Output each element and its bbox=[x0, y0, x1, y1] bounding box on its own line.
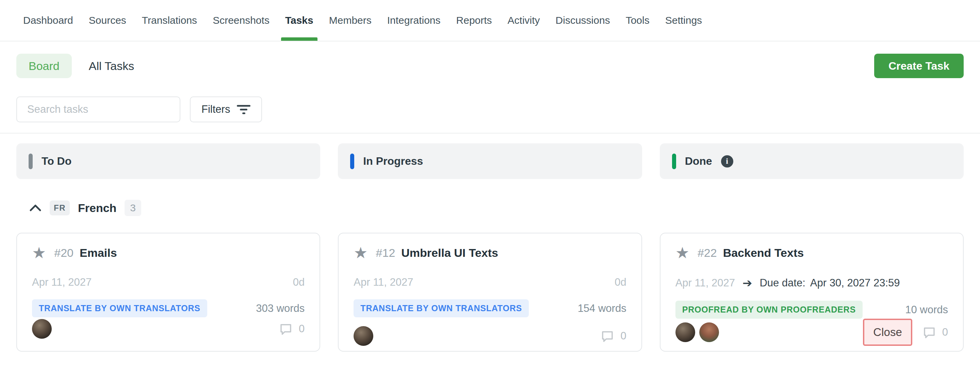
nav-item-discussions[interactable]: Discussions bbox=[556, 0, 610, 41]
comment-bubble-icon bbox=[922, 325, 937, 339]
nav-item-integrations[interactable]: Integrations bbox=[387, 0, 441, 41]
nav-item-tools[interactable]: Tools bbox=[626, 0, 649, 41]
star-icon[interactable]: ★ bbox=[675, 245, 689, 261]
card-badge-row: TRANSLATE BY OWN TRANSLATORS 303 words bbox=[32, 299, 305, 317]
todo-status-bar-icon bbox=[29, 154, 33, 169]
comment-count: 0 bbox=[620, 330, 626, 342]
done-status-bar-icon bbox=[672, 154, 676, 169]
nav-item-screenshots[interactable]: Screenshots bbox=[213, 0, 269, 41]
task-duration: 0d bbox=[293, 276, 305, 288]
comments-button[interactable]: 0 bbox=[278, 322, 305, 336]
task-title: Emails bbox=[80, 246, 117, 260]
assignee-avatar bbox=[353, 326, 373, 346]
column-title: Done bbox=[685, 155, 712, 168]
nav-item-activity[interactable]: Activity bbox=[508, 0, 540, 41]
task-id: #22 bbox=[698, 246, 717, 260]
card-date-row: Apr 11, 2027 0d bbox=[353, 276, 626, 288]
column-title: In Progress bbox=[363, 155, 423, 168]
search-filter-row: Filters bbox=[16, 97, 964, 122]
assignee-avatar bbox=[32, 319, 52, 339]
card-badge-row: PROOFREAD BY OWN PROOFREADERS 10 words bbox=[675, 301, 948, 319]
card-title-row: ★ #12 Umbrella UI Texts bbox=[353, 245, 626, 261]
task-title: Backend Texts bbox=[723, 246, 804, 260]
task-date: Apr 11, 2027 bbox=[675, 277, 735, 289]
task-type-badge: TRANSLATE BY OWN TRANSLATORS bbox=[32, 299, 207, 317]
view-tabs-row: Board All Tasks Create Task bbox=[16, 54, 964, 78]
arrow-right-icon: ➔ bbox=[743, 276, 752, 290]
task-type-badge: PROOFREAD BY OWN PROOFREADERS bbox=[675, 301, 862, 319]
nav-item-members[interactable]: Members bbox=[329, 0, 372, 41]
close-task-button[interactable]: Close bbox=[863, 319, 912, 346]
comment-bubble-icon bbox=[278, 322, 293, 336]
assignee-avatar bbox=[675, 322, 695, 342]
chevron-up-icon bbox=[29, 204, 41, 212]
nav-item-reports[interactable]: Reports bbox=[456, 0, 492, 41]
language-code-badge: FR bbox=[50, 200, 70, 215]
due-date-label: Due date: bbox=[759, 277, 805, 289]
nav-item-tasks[interactable]: Tasks bbox=[285, 0, 313, 41]
info-icon[interactable]: i bbox=[721, 155, 733, 168]
task-card[interactable]: ★ #22 Backend Texts Apr 11, 2027 ➔ Due d… bbox=[660, 233, 964, 351]
column-title: To Do bbox=[41, 155, 72, 168]
task-card[interactable]: ★ #12 Umbrella UI Texts Apr 11, 2027 0d … bbox=[338, 233, 642, 351]
task-id: #12 bbox=[376, 246, 395, 260]
word-count: 10 words bbox=[905, 304, 948, 316]
language-name: French bbox=[78, 201, 116, 215]
task-date: Apr 11, 2027 bbox=[32, 276, 92, 288]
due-date-value: Apr 30, 2027 23:59 bbox=[810, 277, 900, 289]
word-count: 303 words bbox=[256, 302, 305, 315]
task-card[interactable]: ★ #20 Emails Apr 11, 2027 0d TRANSLATE B… bbox=[16, 233, 320, 351]
column-header-done: Done i bbox=[660, 143, 964, 179]
card-footer: 0 bbox=[353, 326, 626, 346]
task-title: Umbrella UI Texts bbox=[401, 246, 498, 260]
comments-button[interactable]: 0 bbox=[600, 329, 626, 343]
card-badge-row: TRANSLATE BY OWN TRANSLATORS 154 words bbox=[353, 299, 626, 317]
board-columns: To Do In Progress Done i bbox=[16, 143, 964, 179]
tab-board[interactable]: Board bbox=[16, 54, 72, 78]
create-task-button[interactable]: Create Task bbox=[874, 54, 964, 78]
comment-count: 0 bbox=[942, 326, 948, 338]
task-cards-row: ★ #20 Emails Apr 11, 2027 0d TRANSLATE B… bbox=[16, 233, 964, 351]
column-header-todo: To Do bbox=[16, 143, 320, 179]
task-duration: 0d bbox=[614, 276, 626, 288]
card-footer: 0 bbox=[32, 319, 305, 339]
task-type-badge: TRANSLATE BY OWN TRANSLATORS bbox=[353, 299, 529, 317]
comments-button[interactable]: 0 bbox=[922, 325, 948, 339]
top-navigation: Dashboard Sources Translations Screensho… bbox=[0, 0, 980, 41]
search-input[interactable] bbox=[16, 97, 180, 122]
comment-count: 0 bbox=[299, 323, 305, 335]
comment-bubble-icon bbox=[600, 329, 615, 343]
language-group-row: FR French 3 bbox=[29, 200, 964, 216]
nav-item-sources[interactable]: Sources bbox=[89, 0, 126, 41]
star-icon[interactable]: ★ bbox=[353, 245, 368, 261]
card-date-row: Apr 11, 2027 0d bbox=[32, 276, 305, 288]
word-count: 154 words bbox=[578, 302, 627, 315]
nav-item-translations[interactable]: Translations bbox=[142, 0, 197, 41]
tab-all-tasks[interactable]: All Tasks bbox=[89, 59, 134, 73]
column-header-in-progress: In Progress bbox=[338, 143, 642, 179]
in-progress-status-bar-icon bbox=[350, 154, 354, 169]
collapse-group-button[interactable] bbox=[29, 204, 41, 212]
card-title-row: ★ #22 Backend Texts bbox=[675, 245, 948, 261]
filters-button[interactable]: Filters bbox=[190, 97, 262, 122]
section-divider bbox=[0, 133, 980, 133]
task-count-badge: 3 bbox=[124, 200, 141, 216]
card-title-row: ★ #20 Emails bbox=[32, 245, 305, 261]
assignee-avatar bbox=[699, 322, 719, 342]
nav-item-dashboard[interactable]: Dashboard bbox=[23, 0, 73, 41]
card-date-row: Apr 11, 2027 ➔ Due date: Apr 30, 2027 23… bbox=[675, 276, 948, 290]
filters-button-label: Filters bbox=[202, 103, 230, 116]
task-date: Apr 11, 2027 bbox=[353, 276, 413, 288]
card-footer: Close 0 bbox=[675, 319, 948, 346]
task-id: #20 bbox=[54, 246, 73, 260]
filter-lines-icon bbox=[237, 105, 250, 114]
star-icon[interactable]: ★ bbox=[32, 245, 46, 261]
nav-item-settings[interactable]: Settings bbox=[665, 0, 702, 41]
